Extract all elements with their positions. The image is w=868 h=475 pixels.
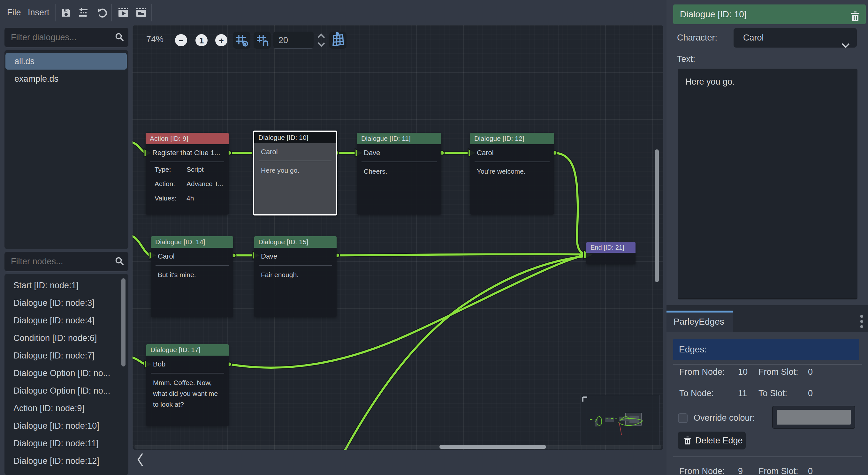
collapse-sidebar-chevron-icon[interactable] [136, 452, 145, 469]
swap-arrows-icon[interactable] [79, 8, 88, 19]
menubar-divider [55, 4, 56, 21]
dialogue-file-list: all.ds example.ds [4, 50, 128, 249]
delete-edge-button[interactable]: Delete Edge [678, 432, 746, 449]
node-filter-input[interactable] [10, 252, 111, 271]
divider [673, 456, 862, 457]
node-text: Here you go. [254, 161, 336, 176]
list-item-node[interactable]: Dialogue [ID: node:10] [4, 417, 122, 435]
list-item-node[interactable]: Dialogue Option [ID: no... [4, 365, 122, 382]
from-slot-label: From Slot: [758, 367, 798, 377]
list-item-node[interactable]: Dialogue [ID: node:11] [4, 435, 122, 452]
graph-canvas[interactable]: 74% − 1 + 20 Action [ID: 9] Register tha… [132, 25, 663, 450]
edges-tabbar: ParleyEdges [666, 311, 868, 332]
colour-swatch [777, 410, 851, 424]
node-title: Action [ID: 9] [146, 133, 229, 144]
run-dialogue-icon[interactable] [118, 8, 128, 19]
character-dropdown-value: Carol [743, 33, 764, 42]
search-icon [115, 257, 124, 267]
menu-file[interactable]: File [7, 0, 21, 25]
spinner-arrows-icon[interactable] [316, 33, 326, 48]
menu-insert[interactable]: Insert [28, 0, 50, 25]
dialogue-filter-box [4, 28, 128, 48]
node-character: Dave [357, 144, 441, 161]
from-slot-value: 0 [808, 367, 813, 377]
snap-grid-toggle[interactable] [233, 32, 250, 49]
save-icon[interactable] [61, 8, 71, 19]
node-title: Dialogue [ID: 14] [151, 236, 233, 248]
character-dropdown[interactable]: Carol [734, 28, 857, 48]
graph-node-action-9[interactable]: Action [ID: 9] Register that Clue 1... T… [146, 133, 229, 215]
list-item-node[interactable]: Dialogue [ID: node:12] [4, 452, 122, 470]
panel-divider [666, 305, 868, 311]
character-label: Character: [677, 33, 717, 43]
chevron-down-icon [841, 36, 850, 55]
list-item-node[interactable]: Dialogue [ID: node:7] [4, 347, 122, 365]
graph-node-dialogue-10[interactable]: Dialogue [ID: 10] Carol Here you go. [253, 131, 337, 216]
node-field: Type:Script [146, 162, 229, 177]
node-title: End [ID: 21] [586, 242, 636, 253]
divider [673, 364, 862, 365]
minimap[interactable] [581, 395, 659, 445]
graph-node-dialogue-15[interactable]: Dialogue [ID: 15] Dave Fair enough. [254, 236, 337, 317]
list-item-dialogue-file[interactable]: all.ds [5, 53, 127, 70]
v-scrollbar-thumb[interactable] [655, 149, 659, 282]
minimap-toggle[interactable] [329, 32, 346, 49]
list-item-node[interactable]: Dialogue Option [ID: no... [4, 382, 122, 400]
list-item-node[interactable]: Condition [ID: node:6] [4, 329, 122, 347]
menubar-divider [111, 4, 112, 21]
menubar-divider [151, 4, 152, 21]
node-text: Fair enough. [254, 265, 337, 280]
tab-parleyedges[interactable]: ParleyEdges [666, 311, 733, 332]
edge[interactable] [343, 256, 584, 450]
list-item-dialogue-file[interactable]: example.ds [5, 70, 127, 87]
graph-node-end-21[interactable]: End [ID: 21] [586, 242, 636, 264]
zoom-in-button[interactable]: + [215, 34, 227, 46]
from-node-value: 9 [738, 466, 743, 475]
edge[interactable] [132, 235, 149, 255]
zoom-out-button[interactable]: − [175, 34, 187, 46]
node-character: Carol [151, 248, 233, 265]
to-slot-label: To Slot: [758, 388, 787, 399]
h-scrollbar-track[interactable] [134, 445, 661, 449]
dialogue-filter-input[interactable] [10, 28, 111, 47]
node-character: Bob [146, 356, 229, 373]
graph-node-dialogue-14[interactable]: Dialogue [ID: 14] Carol But it's mine. [151, 236, 233, 317]
list-item-node[interactable]: Dialogue [ID: node:3] [4, 294, 122, 312]
edge[interactable] [337, 254, 584, 255]
node-list: Start [ID: node:1] Dialogue [ID: node:3]… [4, 274, 128, 475]
node-text: You're welcome. [470, 162, 554, 177]
edge[interactable] [132, 357, 144, 364]
graph-node-dialogue-12[interactable]: Dialogue [ID: 12] Carol You're welcome. [470, 133, 554, 215]
from-slot-label: From Slot: [758, 466, 798, 475]
override-colour-checkbox[interactable] [678, 413, 688, 423]
snap-connections-toggle[interactable] [254, 32, 271, 49]
zoom-percent: 74% [146, 34, 163, 44]
node-summary: Register that Clue 1... [146, 144, 229, 161]
run-scene-icon[interactable] [136, 8, 146, 19]
snap-step-field[interactable]: 20 [273, 32, 314, 49]
trash-icon [683, 436, 692, 445]
node-text: Mmm. Coffee. Now, what did you want me t… [146, 374, 229, 410]
delete-node-trash-icon[interactable] [850, 9, 861, 29]
delete-edge-label: Delete Edge [695, 432, 743, 449]
zoom-reset-button[interactable]: 1 [195, 34, 208, 46]
node-filter-box [4, 252, 128, 272]
dialogue-text-area[interactable]: Here you go. [678, 69, 858, 299]
list-item-node[interactable]: Dialogue [ID: node:4] [4, 312, 122, 329]
node-list-scrollbar[interactable] [121, 278, 125, 367]
h-scrollbar-thumb[interactable] [439, 445, 546, 449]
graph-node-dialogue-17[interactable]: Dialogue [ID: 17] Bob Mmm. Coffee. Now, … [146, 344, 229, 426]
colour-picker[interactable] [772, 406, 855, 429]
kebab-menu-icon[interactable] [860, 314, 864, 330]
inspector-panel: Dialogue [ID: 10] Character: Carol Text:… [666, 0, 868, 475]
list-item-node[interactable]: Start [ID: node:1] [4, 277, 122, 294]
list-item-node[interactable]: Action [ID: node:9] [4, 400, 122, 417]
graph-node-dialogue-11[interactable]: Dialogue [ID: 11] Dave Cheers. [357, 133, 441, 215]
search-icon [115, 33, 124, 43]
to-slot-value: 0 [808, 388, 813, 399]
node-title: Dialogue [ID: 11] [357, 133, 441, 144]
edge[interactable] [132, 142, 145, 153]
undo-icon[interactable] [97, 8, 107, 19]
text-label: Text: [677, 54, 695, 64]
edges-section-header: Edges: [673, 339, 859, 360]
